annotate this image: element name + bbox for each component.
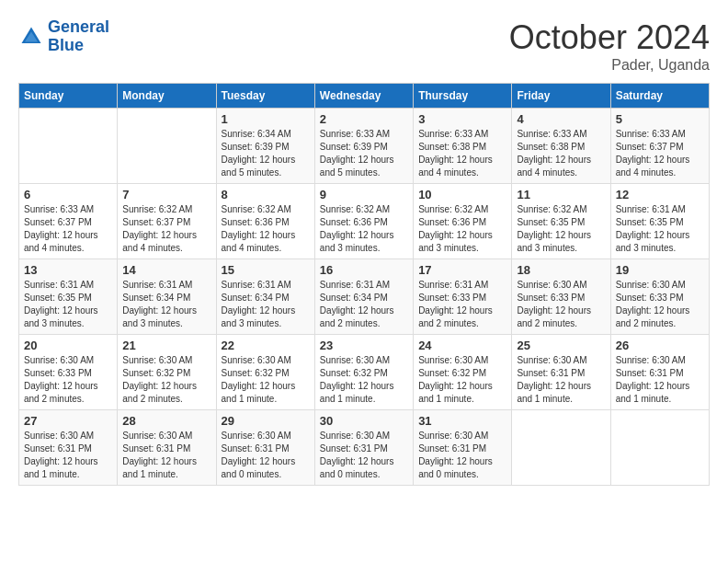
day-info: Sunrise: 6:33 AM Sunset: 6:38 PM Dayligh… (418, 128, 506, 179)
logo-line2: Blue (48, 36, 84, 54)
calendar-cell: 13Sunrise: 6:31 AM Sunset: 6:35 PM Dayli… (19, 259, 118, 335)
day-header-saturday: Saturday (610, 84, 709, 109)
month-title: October 2024 (509, 18, 710, 57)
calendar-cell: 2Sunrise: 6:33 AM Sunset: 6:39 PM Daylig… (314, 109, 413, 184)
day-info: Sunrise: 6:33 AM Sunset: 6:37 PM Dayligh… (616, 128, 704, 179)
day-info: Sunrise: 6:30 AM Sunset: 6:32 PM Dayligh… (222, 354, 310, 406)
day-header-thursday: Thursday (414, 84, 512, 109)
day-info: Sunrise: 6:32 AM Sunset: 6:35 PM Dayligh… (517, 203, 605, 255)
day-number: 30 (320, 414, 408, 428)
day-info: Sunrise: 6:30 AM Sunset: 6:31 PM Dayligh… (320, 430, 408, 481)
calendar-cell: 1Sunrise: 6:34 AM Sunset: 6:39 PM Daylig… (216, 109, 314, 184)
calendar-cell: 12Sunrise: 6:31 AM Sunset: 6:35 PM Dayli… (610, 184, 709, 259)
calendar-cell: 4Sunrise: 6:33 AM Sunset: 6:38 PM Daylig… (512, 109, 610, 184)
day-number: 13 (24, 263, 112, 277)
day-header-sunday: Sunday (19, 84, 118, 109)
day-info: Sunrise: 6:30 AM Sunset: 6:33 PM Dayligh… (616, 279, 704, 330)
calendar-body: 1Sunrise: 6:34 AM Sunset: 6:39 PM Daylig… (19, 109, 710, 486)
calendar-cell: 19Sunrise: 6:30 AM Sunset: 6:33 PM Dayli… (610, 259, 709, 335)
day-number: 29 (222, 414, 310, 428)
week-row-2: 6Sunrise: 6:33 AM Sunset: 6:37 PM Daylig… (19, 184, 710, 259)
day-info: Sunrise: 6:30 AM Sunset: 6:31 PM Dayligh… (222, 430, 310, 481)
day-number: 4 (517, 112, 605, 126)
day-info: Sunrise: 6:30 AM Sunset: 6:32 PM Dayligh… (418, 354, 506, 406)
day-number: 6 (24, 188, 112, 201)
week-row-3: 13Sunrise: 6:31 AM Sunset: 6:35 PM Dayli… (19, 259, 710, 335)
day-number: 23 (320, 339, 408, 352)
day-number: 3 (418, 112, 506, 126)
day-info: Sunrise: 6:30 AM Sunset: 6:31 PM Dayligh… (24, 430, 112, 481)
day-info: Sunrise: 6:30 AM Sunset: 6:33 PM Dayligh… (517, 279, 605, 330)
calendar-cell: 14Sunrise: 6:31 AM Sunset: 6:34 PM Dayli… (118, 259, 216, 335)
day-info: Sunrise: 6:33 AM Sunset: 6:38 PM Dayligh… (517, 128, 605, 179)
day-number: 22 (222, 339, 310, 352)
day-info: Sunrise: 6:31 AM Sunset: 6:35 PM Dayligh… (616, 203, 704, 255)
day-info: Sunrise: 6:31 AM Sunset: 6:34 PM Dayligh… (122, 279, 210, 330)
day-number: 12 (616, 188, 704, 201)
calendar-cell: 21Sunrise: 6:30 AM Sunset: 6:32 PM Dayli… (118, 335, 216, 410)
day-number: 25 (517, 339, 605, 352)
day-number: 11 (517, 188, 605, 201)
day-info: Sunrise: 6:30 AM Sunset: 6:33 PM Dayligh… (24, 354, 112, 406)
calendar-cell: 10Sunrise: 6:32 AM Sunset: 6:36 PM Dayli… (414, 184, 512, 259)
calendar-cell (512, 410, 610, 486)
day-header-monday: Monday (118, 84, 216, 109)
day-number: 24 (418, 339, 506, 352)
day-info: Sunrise: 6:31 AM Sunset: 6:34 PM Dayligh… (320, 279, 408, 330)
day-info: Sunrise: 6:32 AM Sunset: 6:37 PM Dayligh… (122, 203, 210, 255)
day-number: 5 (616, 112, 704, 126)
calendar-cell: 18Sunrise: 6:30 AM Sunset: 6:33 PM Dayli… (512, 259, 610, 335)
week-row-4: 20Sunrise: 6:30 AM Sunset: 6:33 PM Dayli… (19, 335, 710, 410)
day-number: 26 (616, 339, 704, 352)
calendar-cell: 16Sunrise: 6:31 AM Sunset: 6:34 PM Dayli… (314, 259, 413, 335)
calendar-cell: 29Sunrise: 6:30 AM Sunset: 6:31 PM Dayli… (216, 410, 314, 486)
day-number: 7 (122, 188, 210, 201)
page-header: General Blue October 2024 Pader, Uganda (18, 18, 710, 74)
day-info: Sunrise: 6:32 AM Sunset: 6:36 PM Dayligh… (320, 203, 408, 255)
calendar-cell: 6Sunrise: 6:33 AM Sunset: 6:37 PM Daylig… (19, 184, 118, 259)
day-info: Sunrise: 6:31 AM Sunset: 6:34 PM Dayligh… (222, 279, 310, 330)
day-info: Sunrise: 6:33 AM Sunset: 6:37 PM Dayligh… (24, 203, 112, 255)
logo: General Blue (18, 18, 109, 55)
calendar-cell: 8Sunrise: 6:32 AM Sunset: 6:36 PM Daylig… (216, 184, 314, 259)
calendar-cell: 28Sunrise: 6:30 AM Sunset: 6:31 PM Dayli… (118, 410, 216, 486)
calendar-cell: 30Sunrise: 6:30 AM Sunset: 6:31 PM Dayli… (314, 410, 413, 486)
calendar-cell: 11Sunrise: 6:32 AM Sunset: 6:35 PM Dayli… (512, 184, 610, 259)
calendar-cell: 25Sunrise: 6:30 AM Sunset: 6:31 PM Dayli… (512, 335, 610, 410)
day-info: Sunrise: 6:34 AM Sunset: 6:39 PM Dayligh… (222, 128, 310, 179)
day-header-friday: Friday (512, 84, 610, 109)
day-info: Sunrise: 6:30 AM Sunset: 6:31 PM Dayligh… (616, 354, 704, 406)
calendar-cell: 7Sunrise: 6:32 AM Sunset: 6:37 PM Daylig… (118, 184, 216, 259)
calendar-cell: 9Sunrise: 6:32 AM Sunset: 6:36 PM Daylig… (314, 184, 413, 259)
location-subtitle: Pader, Uganda (509, 57, 710, 74)
calendar-cell (118, 109, 216, 184)
day-number: 8 (222, 188, 310, 201)
day-number: 9 (320, 188, 408, 201)
logo-line1: General (48, 17, 109, 36)
calendar-cell (610, 410, 709, 486)
week-row-5: 27Sunrise: 6:30 AM Sunset: 6:31 PM Dayli… (19, 410, 710, 486)
day-info: Sunrise: 6:31 AM Sunset: 6:35 PM Dayligh… (24, 279, 112, 330)
day-info: Sunrise: 6:30 AM Sunset: 6:31 PM Dayligh… (122, 430, 210, 481)
logo-text: General Blue (48, 18, 109, 55)
calendar-cell: 5Sunrise: 6:33 AM Sunset: 6:37 PM Daylig… (610, 109, 709, 184)
day-info: Sunrise: 6:31 AM Sunset: 6:33 PM Dayligh… (418, 279, 506, 330)
day-number: 2 (320, 112, 408, 126)
day-header-wednesday: Wednesday (314, 84, 413, 109)
calendar-cell: 22Sunrise: 6:30 AM Sunset: 6:32 PM Dayli… (216, 335, 314, 410)
day-number: 27 (24, 414, 112, 428)
calendar-cell: 27Sunrise: 6:30 AM Sunset: 6:31 PM Dayli… (19, 410, 118, 486)
day-info: Sunrise: 6:30 AM Sunset: 6:32 PM Dayligh… (122, 354, 210, 406)
calendar-cell: 23Sunrise: 6:30 AM Sunset: 6:32 PM Dayli… (314, 335, 413, 410)
day-header-tuesday: Tuesday (216, 84, 314, 109)
day-number: 21 (122, 339, 210, 352)
day-number: 20 (24, 339, 112, 352)
calendar-cell: 17Sunrise: 6:31 AM Sunset: 6:33 PM Dayli… (414, 259, 512, 335)
day-info: Sunrise: 6:32 AM Sunset: 6:36 PM Dayligh… (222, 203, 310, 255)
day-number: 31 (418, 414, 506, 428)
day-info: Sunrise: 6:30 AM Sunset: 6:31 PM Dayligh… (517, 354, 605, 406)
day-info: Sunrise: 6:32 AM Sunset: 6:36 PM Dayligh… (418, 203, 506, 255)
day-number: 28 (122, 414, 210, 428)
title-block: October 2024 Pader, Uganda (509, 18, 710, 74)
calendar-cell (19, 109, 118, 184)
